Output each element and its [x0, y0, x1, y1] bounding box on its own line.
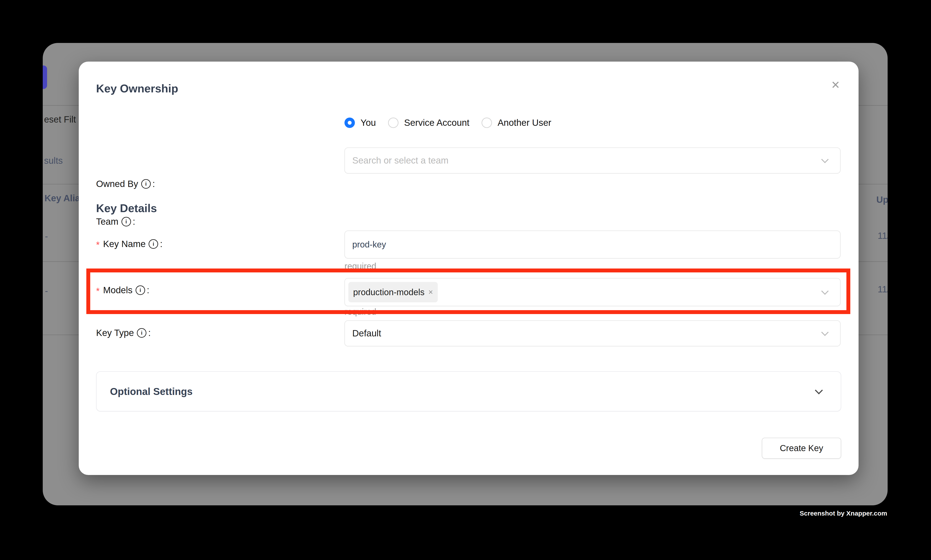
colon: :	[152, 179, 155, 189]
create-key-modal: Key Ownership ✕ Owned By i : You Service…	[79, 62, 859, 475]
radio-option-service-account[interactable]: Service Account	[388, 118, 469, 128]
required-asterisk: *	[96, 240, 100, 250]
radio-unselected-icon[interactable]	[388, 118, 399, 128]
table-cell-dash: -	[45, 286, 48, 296]
team-label-text: Team	[96, 217, 118, 227]
key-type-label-text: Key Type	[96, 328, 134, 338]
radio-selected-icon[interactable]	[345, 118, 355, 128]
team-select[interactable]: Search or select a team	[345, 148, 840, 174]
chevron-down-icon	[821, 288, 829, 295]
model-tag-label: production-models	[353, 288, 425, 297]
colon: :	[160, 239, 163, 249]
colon: :	[148, 328, 151, 338]
create-key-button-fragment[interactable]	[43, 66, 47, 89]
xnapper-watermark: Screenshot by Xnapper.com	[800, 510, 887, 517]
owned-by-radio-group: You Service Account Another User	[345, 118, 551, 128]
info-icon: i	[135, 285, 145, 295]
selected-model-tag: production-models ×	[348, 282, 438, 302]
chevron-down-icon	[821, 156, 829, 163]
radio-unselected-icon[interactable]	[482, 118, 492, 128]
radio-label: Another User	[498, 118, 551, 128]
radio-label: Service Account	[404, 118, 469, 128]
modal-title: Key Ownership	[96, 82, 178, 95]
key-name-label-text: Key Name	[103, 239, 146, 249]
table-header-key-alias-fragment: Key Alia	[45, 193, 80, 203]
models-label: * Models i :	[96, 285, 149, 295]
chevron-down-icon	[815, 386, 823, 394]
key-type-value: Default	[352, 328, 381, 338]
info-icon: i	[149, 239, 158, 249]
models-select[interactable]: production-models ×	[345, 278, 840, 306]
close-icon[interactable]: ✕	[828, 77, 843, 93]
key-type-label: Key Type i :	[96, 328, 151, 338]
table-cell-date-fragment: 11/	[878, 284, 888, 295]
models-label-text: Models	[103, 285, 132, 295]
key-name-label: * Key Name i :	[96, 239, 163, 249]
models-required-message: required	[345, 307, 376, 317]
optional-settings-title: Optional Settings	[110, 386, 192, 397]
remove-tag-icon[interactable]: ×	[428, 288, 433, 297]
team-label: Team i :	[96, 217, 135, 227]
radio-option-another-user[interactable]: Another User	[482, 118, 551, 128]
info-icon: i	[122, 217, 131, 226]
key-name-value: prod-key	[352, 240, 386, 249]
screenshot-canvas: eset Filt sults Key Alia - - Up 11/ 11/ …	[0, 0, 931, 560]
key-type-select[interactable]: Default	[345, 320, 840, 346]
required-asterisk: *	[96, 286, 100, 296]
colon: :	[147, 285, 149, 295]
app-window-backdrop: eset Filt sults Key Alia - - Up 11/ 11/ …	[43, 43, 888, 505]
reset-filters-button-fragment[interactable]: eset Filt	[44, 114, 76, 125]
owned-by-label-text: Owned By	[96, 179, 138, 189]
results-count-fragment: sults	[44, 155, 63, 166]
key-name-input[interactable]: prod-key	[345, 231, 840, 258]
table-cell-dash: -	[45, 231, 48, 242]
table-cell-date-fragment: 11/	[878, 231, 888, 241]
key-name-required-message: required	[345, 262, 376, 271]
table-header-updated-fragment: Up	[876, 195, 888, 205]
create-key-button[interactable]: Create Key	[762, 438, 841, 459]
colon: :	[133, 217, 135, 227]
chevron-down-icon	[821, 329, 829, 336]
key-details-section-title: Key Details	[96, 202, 157, 215]
radio-option-you[interactable]: You	[345, 118, 376, 128]
info-icon: i	[137, 328, 146, 338]
optional-settings-panel[interactable]: Optional Settings	[96, 371, 841, 411]
info-icon: i	[141, 179, 151, 189]
owned-by-label: Owned By i :	[96, 179, 155, 189]
team-select-placeholder: Search or select a team	[352, 155, 449, 166]
radio-label: You	[360, 118, 376, 128]
